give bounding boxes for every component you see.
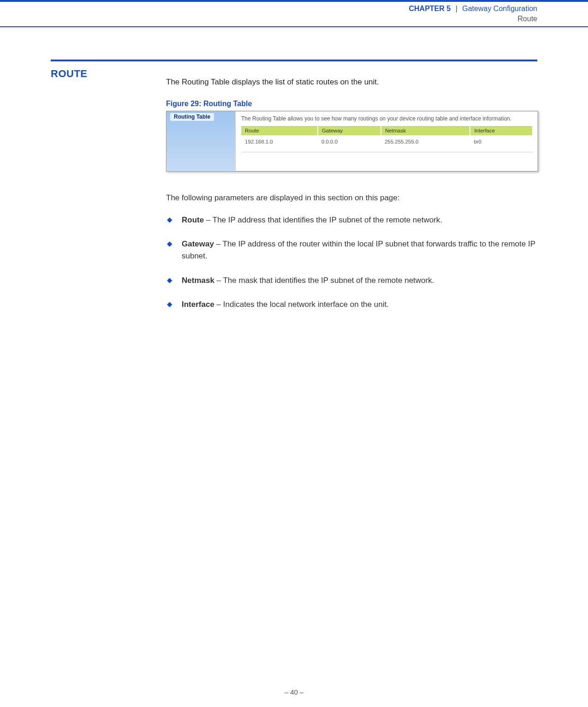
section-heading-text: ROUTE — [51, 68, 88, 79]
chapter-line: CHAPTER 5 | Gateway Configuration — [0, 4, 537, 14]
col-netmask: Netmask — [381, 126, 470, 135]
list-item: Netmask – The mask that identifies the I… — [166, 275, 537, 287]
cell-netmask: 255.255.255.0 — [381, 135, 470, 147]
figure-caption: Figure 29: Routing Table — [166, 100, 537, 108]
col-interface: Interface — [470, 126, 533, 135]
chapter-subtitle: Route — [0, 14, 537, 24]
col-gateway: Gateway — [318, 126, 381, 135]
figure-routing-table: Routing Table The Routing Table allows y… — [166, 111, 538, 172]
param-desc: – The mask that identifies the IP subnet… — [214, 276, 434, 285]
routing-table: Route Gateway Netmask Interface 192.168.… — [241, 126, 533, 147]
separator: | — [456, 5, 457, 12]
figure-sidebar-tab: Routing Table — [170, 113, 214, 121]
param-term: Interface — [182, 300, 214, 309]
param-desc: – Indicates the local network interface … — [214, 300, 389, 309]
list-item: Interface – Indicates the local network … — [166, 299, 537, 311]
figure-sidebar: Routing Table — [166, 111, 236, 171]
param-term: Gateway — [182, 240, 214, 248]
cell-interface: br0 — [470, 135, 533, 147]
page-number: – 40 – — [285, 688, 304, 696]
following-text: The following parameters are displayed i… — [166, 192, 537, 204]
param-term: Route — [182, 216, 204, 224]
cell-route: 192.168.1.0 — [241, 135, 318, 147]
chapter-label: CHAPTER 5 — [409, 5, 451, 12]
section-heading: ROUTE — [51, 68, 166, 80]
param-term: Netmask — [182, 276, 214, 285]
parameter-list: Route – The IP address that identifies t… — [166, 214, 537, 311]
param-desc: – The IP address of the router within th… — [182, 240, 535, 260]
page-footer: – 40 – — [0, 688, 588, 696]
param-desc: – The IP address that identifies the IP … — [204, 216, 442, 224]
table-row: 192.168.1.0 0.0.0.0 255.255.255.0 br0 — [241, 135, 533, 147]
list-item: Route – The IP address that identifies t… — [166, 214, 537, 226]
figure-description: The Routing Table allows you to see how … — [241, 115, 533, 122]
figure-divider — [241, 152, 533, 152]
section-intro: The Routing Table displays the list of s… — [166, 76, 537, 88]
section-rule — [51, 60, 537, 61]
cell-gateway: 0.0.0.0 — [318, 135, 381, 147]
page-header: CHAPTER 5 | Gateway Configuration Route — [0, 0, 588, 27]
list-item: Gateway – The IP address of the router w… — [166, 238, 537, 263]
figure-main: The Routing Table allows you to see how … — [236, 111, 538, 171]
col-route: Route — [241, 126, 318, 135]
chapter-title: Gateway Configuration — [462, 5, 537, 12]
